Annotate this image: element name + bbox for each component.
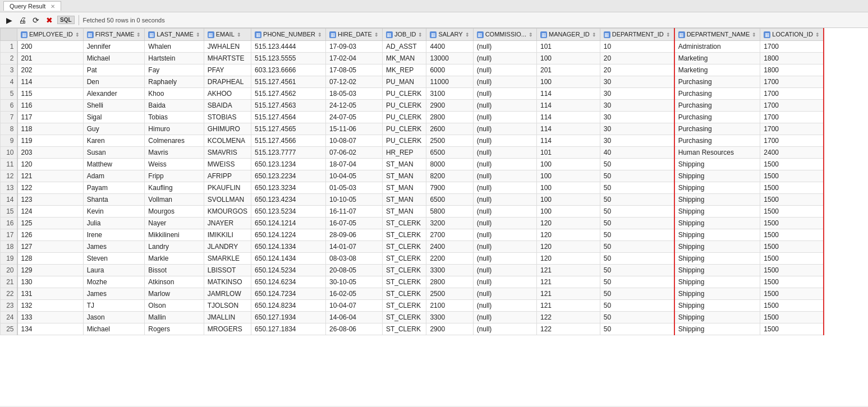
employee-id-cell: 126 bbox=[17, 229, 84, 241]
commission-cell: (null) bbox=[473, 88, 536, 100]
manager-id-cell: 100 bbox=[537, 53, 600, 64]
phone-cell: 650.123.4234 bbox=[251, 194, 326, 206]
last-name-cell: Fripp bbox=[145, 170, 204, 182]
email-cell: KCOLMENA bbox=[204, 135, 251, 147]
manager-id-cell: 120 bbox=[537, 218, 600, 229]
col-header-email[interactable]: ▦EMAIL⇕ bbox=[204, 29, 251, 41]
query-result-tab[interactable]: Query Result ✕ bbox=[3, 1, 61, 11]
email-cell: SBAIDA bbox=[204, 100, 251, 112]
commission-cell: (null) bbox=[473, 276, 536, 288]
salary-cell: 2900 bbox=[426, 323, 473, 335]
hire-date-cell: 24-07-05 bbox=[326, 112, 383, 123]
dept-name-cell: Purchasing bbox=[674, 123, 760, 135]
col-header-last-name[interactable]: ▦LAST_NAME⇕ bbox=[145, 29, 204, 41]
table-body: 1200JenniferWhalenJWHALEN515.123.444417-… bbox=[1, 41, 824, 335]
dept-name-cell: Marketing bbox=[674, 64, 760, 76]
commission-cell: (null) bbox=[473, 159, 536, 170]
col-header-manager-id[interactable]: ▦MANAGER_ID⇕ bbox=[537, 29, 600, 41]
sort-icon-location-id: ⇕ bbox=[815, 32, 820, 38]
col-header-salary[interactable]: ▦SALARY⇕ bbox=[426, 29, 473, 41]
row-num-cell: 13 bbox=[1, 182, 17, 194]
col-header-job-id[interactable]: ▦JOB_ID⇕ bbox=[382, 29, 426, 41]
dept-name-cell: Shipping bbox=[674, 312, 760, 323]
row-num-cell: 8 bbox=[1, 123, 17, 135]
employee-id-cell: 134 bbox=[17, 323, 84, 335]
manager-id-cell: 120 bbox=[537, 229, 600, 241]
col-header-hire-date[interactable]: ▦HIRE_DATE⇕ bbox=[326, 29, 383, 41]
employee-id-cell: 120 bbox=[17, 159, 84, 170]
employee-id-cell: 128 bbox=[17, 253, 84, 265]
col-header-phone[interactable]: ▦PHONE_NUMBER⇕ bbox=[251, 29, 326, 41]
email-cell: JMALLIN bbox=[204, 312, 251, 323]
commission-cell: (null) bbox=[473, 241, 536, 253]
first-name-cell: Shelli bbox=[83, 100, 145, 112]
email-cell: AKHOO bbox=[204, 88, 251, 100]
employee-id-cell: 132 bbox=[17, 300, 84, 312]
department-id-cell: 50 bbox=[600, 276, 674, 288]
sort-icon-salary: ⇕ bbox=[465, 32, 470, 38]
table-row: 22131JamesMarlowJAMRLOW650.124.723416-02… bbox=[1, 288, 824, 300]
sort-icon-department-id: ⇕ bbox=[666, 32, 670, 38]
phone-cell: 650.124.1334 bbox=[251, 241, 326, 253]
job-id-cell: PU_CLERK bbox=[382, 112, 426, 123]
email-cell: GHIMURO bbox=[204, 123, 251, 135]
col-header-department-id[interactable]: ▦DEPARTMENT_ID⇕ bbox=[600, 29, 674, 41]
salary-cell: 2600 bbox=[426, 123, 473, 135]
last-name-cell: Vollman bbox=[145, 194, 204, 206]
col-header-first-name[interactable]: ▦FIRST_NAME⇕ bbox=[83, 29, 145, 41]
app-header: Query Result ✕ bbox=[0, 0, 868, 12]
commission-cell: (null) bbox=[473, 41, 536, 53]
dept-name-cell: Shipping bbox=[674, 229, 760, 241]
phone-cell: 515.123.7777 bbox=[251, 147, 326, 159]
manager-id-cell: 100 bbox=[537, 194, 600, 206]
table-row: 16125JuliaNayerJNAYER650.124.121416-07-0… bbox=[1, 218, 824, 229]
email-cell: DRAPHEAL bbox=[204, 76, 251, 88]
stop-icon[interactable]: ✖ bbox=[44, 15, 55, 26]
dept-name-cell: Shipping bbox=[674, 241, 760, 253]
employee-id-cell: 129 bbox=[17, 265, 84, 276]
refresh-icon[interactable]: ⟳ bbox=[30, 15, 42, 26]
table-row: 2201MichaelHartsteinMHARTSTE515.123.5555… bbox=[1, 53, 824, 64]
salary-cell: 7900 bbox=[426, 182, 473, 194]
row-num-cell: 9 bbox=[1, 135, 17, 147]
print-icon[interactable]: 🖨 bbox=[17, 15, 28, 26]
toolbar: ▶ 🖨 ⟳ ✖ SQL Fetched 50 rows in 0 seconds bbox=[0, 12, 868, 28]
phone-cell: 650.124.5234 bbox=[251, 265, 326, 276]
table-container[interactable]: ▦EMPLOYEE_ID⇕ ▦FIRST_NAME⇕ ▦LAST_NAME⇕ ▦… bbox=[0, 28, 868, 406]
salary-cell: 2800 bbox=[426, 112, 473, 123]
col-header-location-id[interactable]: ▦LOCATION_ID⇕ bbox=[760, 29, 824, 41]
col-header-row-num[interactable] bbox=[1, 29, 17, 41]
department-id-cell: 30 bbox=[600, 123, 674, 135]
department-id-cell: 50 bbox=[600, 265, 674, 276]
dept-name-cell: Shipping bbox=[674, 253, 760, 265]
hire-date-cell: 10-10-05 bbox=[326, 194, 383, 206]
row-num-cell: 3 bbox=[1, 64, 17, 76]
sort-icon-hire-date: ⇕ bbox=[374, 32, 379, 38]
job-id-cell: ST_CLERK bbox=[382, 323, 426, 335]
run-icon[interactable]: ▶ bbox=[3, 15, 15, 26]
employee-id-cell: 121 bbox=[17, 170, 84, 182]
col-header-employee-id[interactable]: ▦EMPLOYEE_ID⇕ bbox=[17, 29, 84, 41]
col-header-department-name[interactable]: ▦DEPARTMENT_NAME⇕ bbox=[674, 29, 760, 41]
row-num-cell: 2 bbox=[1, 53, 17, 64]
email-cell: LBISSOT bbox=[204, 265, 251, 276]
phone-cell: 650.123.3234 bbox=[251, 182, 326, 194]
commission-cell: (null) bbox=[473, 64, 536, 76]
commission-cell: (null) bbox=[473, 265, 536, 276]
col-header-commission[interactable]: ▦COMMISSIO...⇕ bbox=[473, 29, 536, 41]
row-num-cell: 25 bbox=[1, 323, 17, 335]
table-row: 8118GuyHimuroGHIMURO515.127.456515-11-06… bbox=[1, 123, 824, 135]
col-icon-department-id: ▦ bbox=[604, 31, 610, 38]
employee-id-cell: 131 bbox=[17, 288, 84, 300]
col-icon-phone: ▦ bbox=[255, 31, 261, 38]
email-cell: MWEISS bbox=[204, 159, 251, 170]
employee-id-cell: 116 bbox=[17, 100, 84, 112]
first-name-cell: Payam bbox=[83, 182, 145, 194]
tab-close-icon[interactable]: ✕ bbox=[50, 3, 55, 10]
department-id-cell: 50 bbox=[600, 182, 674, 194]
commission-cell: (null) bbox=[473, 182, 536, 194]
hire-date-cell: 10-08-07 bbox=[326, 135, 383, 147]
row-num-cell: 18 bbox=[1, 241, 17, 253]
job-id-cell: ST_MAN bbox=[382, 170, 426, 182]
last-name-cell: Kaufling bbox=[145, 182, 204, 194]
